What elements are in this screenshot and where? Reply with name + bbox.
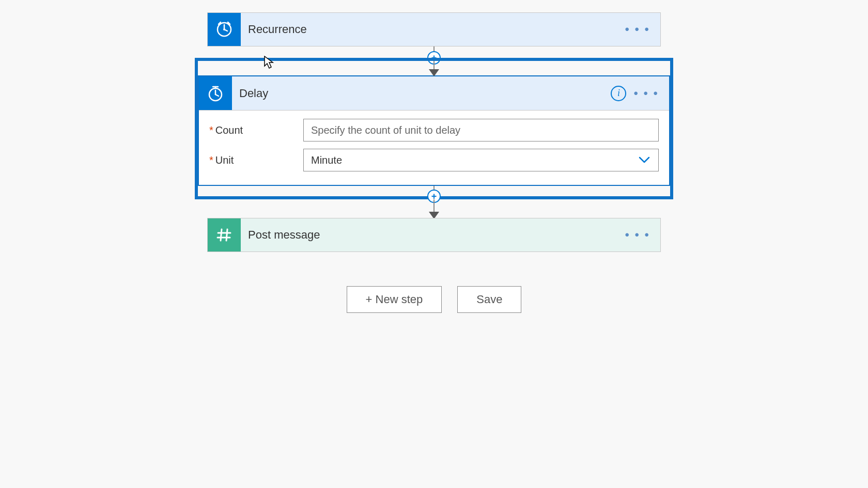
step-recurrence[interactable]: Recurrence • • • xyxy=(207,12,661,46)
svg-line-3 xyxy=(224,29,227,31)
arrow-down-icon xyxy=(429,69,439,76)
count-input-wrapper xyxy=(303,119,659,141)
save-button[interactable]: Save xyxy=(457,286,521,313)
recurrence-icon xyxy=(208,13,241,46)
unit-select[interactable]: Minute xyxy=(303,149,659,171)
delay-icon xyxy=(199,76,232,110)
count-label: *Count xyxy=(209,124,303,136)
unit-select-value: Minute xyxy=(311,154,342,166)
chevron-down-icon xyxy=(639,156,650,164)
step-recurrence-title: Recurrence xyxy=(241,13,625,46)
unit-label: *Unit xyxy=(209,154,303,166)
step-post-menu[interactable]: • • • xyxy=(625,229,650,241)
delay-highlight-frame: Delay i • • • *Count *Unit Minute xyxy=(195,58,673,199)
connector-1-bottom xyxy=(198,61,670,75)
post-message-icon xyxy=(208,218,241,251)
svg-line-11 xyxy=(221,229,222,241)
connector-1-top: + xyxy=(207,46,661,58)
svg-line-8 xyxy=(215,95,219,96)
step-post-message[interactable]: Post message • • • xyxy=(207,218,661,252)
svg-line-12 xyxy=(226,229,227,241)
flow-canvas: Recurrence • • • + xyxy=(0,0,868,313)
step-delay[interactable]: Delay i • • • *Count *Unit Minute xyxy=(198,75,670,186)
bottom-actions: + New step Save xyxy=(207,286,661,313)
delay-body: *Count *Unit Minute xyxy=(199,111,669,185)
count-input[interactable] xyxy=(311,119,651,141)
step-delay-menu[interactable]: • • • xyxy=(633,87,659,100)
step-post-title: Post message xyxy=(241,218,625,251)
connector-2-bottom xyxy=(207,199,661,218)
connector-2-top: + xyxy=(198,186,670,196)
step-delay-title: Delay xyxy=(232,76,611,110)
step-recurrence-menu[interactable]: • • • xyxy=(625,23,650,36)
info-icon[interactable]: i xyxy=(611,86,626,101)
new-step-button[interactable]: + New step xyxy=(347,286,442,313)
